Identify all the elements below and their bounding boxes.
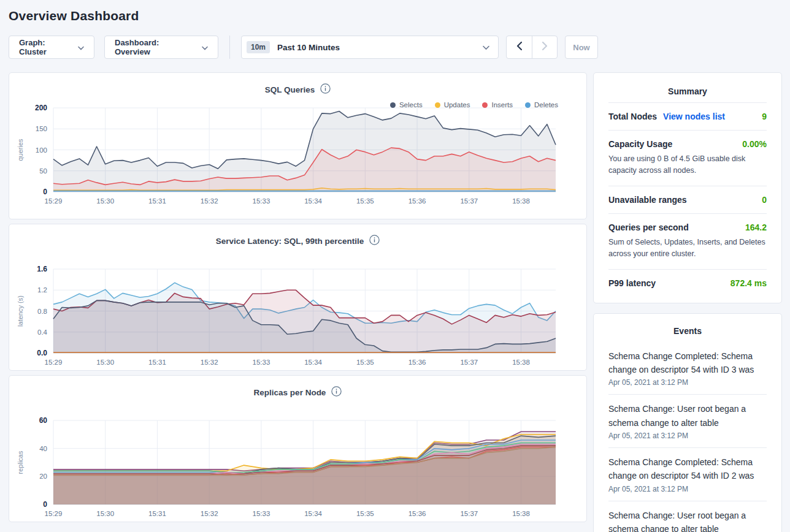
legend-label: Inserts <box>491 101 513 108</box>
unavailable-ranges-value: 0 <box>762 195 767 205</box>
qps-value: 164.2 <box>745 222 767 232</box>
legend-label: Deletes <box>534 101 558 108</box>
chart-legend: Selects Updates Inserts Deletes <box>390 101 558 108</box>
info-circle-icon[interactable] <box>369 235 380 248</box>
replicas-per-node-chart-plot[interactable]: 15:2915:3015:3115:3215:3315:3415:3515:36… <box>14 400 581 520</box>
capacity-usage-description: You are using 0 B of 4.5 GiB usable disk… <box>608 153 767 177</box>
svg-text:15:37: 15:37 <box>460 359 478 366</box>
event-timestamp: Apr 05, 2021 at 3:12 PM <box>608 378 767 387</box>
event-message[interactable]: Schema Change: User root began a schema … <box>608 509 767 532</box>
svg-text:15:34: 15:34 <box>304 359 322 366</box>
time-step-button-group <box>506 36 558 59</box>
capacity-usage-value: 0.00% <box>742 139 767 149</box>
event-list-item: Schema Change: User root began a schema … <box>608 395 767 448</box>
next-time-button[interactable] <box>532 36 557 58</box>
now-button[interactable]: Now <box>565 36 598 59</box>
time-range-label: Past 10 Minutes <box>277 43 483 52</box>
time-range-badge: 10m <box>247 41 270 53</box>
chart-title-row: Replicas per Node <box>9 376 586 400</box>
summary-card: Summary Total Nodes View nodes list 9 Ca… <box>593 72 782 303</box>
legend-item-inserts[interactable]: Inserts <box>482 101 513 108</box>
summary-row-capacity: Capacity Usage 0.00% You are using 0 B o… <box>608 130 767 186</box>
svg-text:150: 150 <box>36 125 47 132</box>
series-dot-icon <box>525 102 531 108</box>
chevron-right-icon <box>542 42 548 53</box>
page-title: Overview Dashboard <box>9 0 781 23</box>
dashboard-select-dropdown[interactable]: Dashboard: Overview <box>104 36 218 59</box>
legend-item-updates[interactable]: Updates <box>435 101 470 108</box>
total-nodes-value: 9 <box>762 112 767 121</box>
dashboard-controls: Graph: Cluster Dashboard: Overview 10m P… <box>9 36 781 59</box>
svg-text:15:32: 15:32 <box>201 510 218 517</box>
view-nodes-list-link[interactable]: View nodes list <box>663 112 725 121</box>
svg-text:15:32: 15:32 <box>201 197 218 205</box>
svg-text:15:34: 15:34 <box>304 197 322 205</box>
chart-title: Service Latency: SQL, 99th percentile <box>216 237 364 246</box>
event-message[interactable]: Schema Change Completed: Schema change o… <box>608 349 767 377</box>
summary-row-p99-latency: P99 latency 872.4 ms <box>608 269 767 297</box>
svg-text:0: 0 <box>43 188 47 196</box>
capacity-usage-label: Capacity Usage <box>608 139 672 149</box>
svg-text:15:36: 15:36 <box>408 359 426 366</box>
svg-text:15:30: 15:30 <box>96 510 114 517</box>
svg-text:15:37: 15:37 <box>460 510 478 517</box>
event-message[interactable]: Schema Change: User root began a schema … <box>608 402 767 430</box>
unavailable-ranges-label: Unavailable ranges <box>608 195 687 205</box>
series-dot-icon <box>482 102 488 108</box>
series-dot-icon <box>390 102 396 108</box>
svg-text:queries: queries <box>17 139 24 161</box>
event-timestamp: Apr 05, 2021 at 3:12 PM <box>608 485 767 493</box>
info-circle-icon[interactable] <box>320 83 331 96</box>
event-message[interactable]: Schema Change Completed: Schema change o… <box>608 455 767 483</box>
svg-text:15:37: 15:37 <box>460 197 478 205</box>
legend-item-deletes[interactable]: Deletes <box>525 101 558 108</box>
svg-text:replicas: replicas <box>17 450 24 474</box>
svg-text:0.0: 0.0 <box>37 349 47 357</box>
svg-text:15:35: 15:35 <box>356 510 374 517</box>
info-circle-icon[interactable] <box>331 386 342 399</box>
legend-label: Selects <box>399 101 423 108</box>
dashboard-select-label: Dashboard: Overview <box>115 38 196 56</box>
svg-text:latency (s): latency (s) <box>17 295 24 327</box>
main-content: SQL Queries Selects Updates <box>9 72 781 532</box>
svg-text:15:31: 15:31 <box>148 510 166 517</box>
svg-text:15:33: 15:33 <box>253 197 270 205</box>
legend-label: Updates <box>444 101 470 108</box>
charts-column: SQL Queries Selects Updates <box>9 72 587 526</box>
qps-label: Queries per second <box>608 222 689 232</box>
sql-queries-chart-plot[interactable]: 15:2915:3015:3115:3215:3315:3415:3515:36… <box>14 97 581 208</box>
svg-text:1.2: 1.2 <box>37 286 47 294</box>
svg-text:15:31: 15:31 <box>148 359 166 366</box>
svg-text:20: 20 <box>39 473 47 480</box>
svg-text:100: 100 <box>36 146 47 154</box>
event-list-item: Schema Change Completed: Schema change o… <box>608 448 767 501</box>
chart-title-row: SQL Queries <box>9 73 586 97</box>
svg-text:1.6: 1.6 <box>37 265 47 273</box>
events-card: Events Schema Change Completed: Schema c… <box>593 313 782 532</box>
service-latency-chart-card: Service Latency: SQL, 99th percentile 15… <box>9 224 587 371</box>
replicas-per-node-chart-card: Replicas per Node 15:2915:3015:3115:3215… <box>9 375 587 522</box>
svg-text:15:36: 15:36 <box>408 197 426 205</box>
svg-text:15:36: 15:36 <box>408 510 426 517</box>
chevron-left-icon <box>516 42 522 53</box>
service-latency-chart-plot[interactable]: 15:2915:3015:3115:3215:3315:3415:3515:36… <box>14 249 581 369</box>
svg-text:15:31: 15:31 <box>148 197 166 205</box>
prev-time-button[interactable] <box>507 36 532 58</box>
summary-row-total-nodes: Total Nodes View nodes list 9 <box>608 102 767 130</box>
graph-scope-label: Graph: Cluster <box>19 38 72 56</box>
svg-text:15:38: 15:38 <box>512 359 530 366</box>
series-dot-icon <box>435 102 440 108</box>
qps-description: Sum of Selects, Updates, Inserts, and De… <box>608 237 767 260</box>
chevron-down-icon <box>78 43 84 52</box>
svg-text:15:29: 15:29 <box>45 197 63 205</box>
svg-text:15:30: 15:30 <box>96 359 114 366</box>
svg-text:60: 60 <box>39 416 48 425</box>
legend-item-selects[interactable]: Selects <box>390 101 423 108</box>
svg-text:0: 0 <box>43 500 47 509</box>
chart-title: Replicas per Node <box>254 388 326 397</box>
svg-text:40: 40 <box>39 445 47 452</box>
graph-scope-dropdown[interactable]: Graph: Cluster <box>9 36 94 59</box>
controls-divider <box>229 36 230 59</box>
svg-text:15:32: 15:32 <box>201 359 218 366</box>
time-range-picker[interactable]: 10m Past 10 Minutes <box>241 36 499 59</box>
